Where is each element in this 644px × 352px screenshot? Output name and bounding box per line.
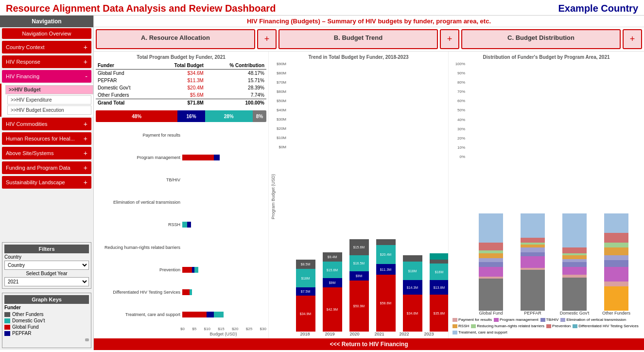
vbar-segment: $15.6M <box>349 239 369 255</box>
vbar-column: $34.9M$7.5M$18M$8.5M <box>292 239 319 332</box>
col-pct: % Contribution <box>206 62 266 70</box>
vbar-column: $50.9M$9M$16.5M$15.6M <box>346 239 372 332</box>
vbar-segment: $9M <box>323 278 342 287</box>
legend-item: TB/HIV <box>540 317 559 322</box>
bar-segment: 8% <box>253 110 266 122</box>
legend-item: Reducing human-rights related barriers <box>471 324 544 328</box>
hbar-segment <box>214 155 220 160</box>
tab-plus-1[interactable]: + <box>257 29 277 49</box>
country-filter-label: Country <box>4 253 89 261</box>
pct-segment <box>479 253 503 258</box>
vbar-column: $42.9M$9M$15.6M$9.4M <box>319 239 346 332</box>
pct-segment <box>604 286 628 311</box>
hbar-row: Program management <box>98 155 264 160</box>
graph-keys-title: Graph Keys <box>4 295 89 304</box>
main-content: HIV Financing (Budgets) – Summary of HIV… <box>94 16 644 350</box>
sidebar-item-hiv-response[interactable]: HIV Response + <box>2 55 91 68</box>
vbar-segment <box>403 255 422 262</box>
tab-plus-3[interactable]: + <box>623 29 642 49</box>
legend-item: Differentiated HIV Testing Services <box>573 324 638 328</box>
main-title: Resource Alignment Data Analysis and Rev… <box>0 0 281 15</box>
vbar-segment: $18M <box>296 269 315 287</box>
plus-icon: + <box>84 178 87 186</box>
sidebar-sub-hiv-budget-execution[interactable]: >>HIV Budget Execution <box>7 106 91 115</box>
sidebar-item-funding-program[interactable]: Funding and Program Data + <box>2 161 91 174</box>
vbar-segment: $16.5M <box>349 255 369 271</box>
hbar-segment <box>182 289 190 295</box>
vbar-segment <box>376 239 396 245</box>
vbar-segment: $14.3M <box>403 280 422 295</box>
sidebar-item-sustainability[interactable]: Sustainability Landscape + <box>2 176 91 189</box>
legend-item: Prevention <box>546 324 571 328</box>
vbar-segment: $9.4M <box>323 252 342 262</box>
pct-segment <box>479 279 503 311</box>
bd-subtitle: Distribution of Funder's Budget by Progr… <box>451 53 642 62</box>
graph-keys-section: Graph Keys Funder Other Funders Domestic… <box>2 293 91 348</box>
hbar-row: Treatment, care and support <box>98 312 264 317</box>
legend-item-global-fund: Global Fund <box>4 324 89 330</box>
global-fund-swatch <box>4 325 10 330</box>
hbar-row: Reducing human-rights related barriers <box>98 245 264 250</box>
sidebar-item-hiv-financing[interactable]: HIV Financing - <box>2 70 91 83</box>
pct-segment <box>521 252 545 256</box>
return-bar[interactable]: <<< Return to HIV Financing <box>94 338 644 350</box>
vbar-segment: $11.3M <box>376 264 396 275</box>
sidebar-item-hr-health[interactable]: Human Resources for Heal... + <box>2 132 91 145</box>
tab-resource-allocation[interactable]: A. Resource Allocation <box>96 29 255 49</box>
ra-table: Funder Total Budget % Contribution Globa… <box>96 62 266 106</box>
vbar-segment: $15.6M <box>323 262 342 278</box>
vbar-segment: $35.8M <box>430 295 449 332</box>
legend-item-pepfar: PEPFAR <box>4 330 89 336</box>
legend-item: Elimination of vertical transmission <box>560 317 626 322</box>
pepfar-swatch <box>4 331 10 336</box>
tab-budget-distribution[interactable]: C. Budget Distribution <box>461 29 621 49</box>
sidebar-item-nav-overview[interactable]: Navigation Overview <box>2 28 91 39</box>
legend-item-other-funders: Other Funders <box>4 311 89 317</box>
vbar-segment: $7.5M <box>296 287 315 296</box>
filters-title: Filters <box>4 245 89 253</box>
legend-item: Payment for results <box>453 317 492 322</box>
legend-swatch <box>471 324 476 328</box>
vbar-y-labels: $90M$80M$70M$60M$50M$40M$30M$20M$10M$0M <box>276 62 287 154</box>
hiv-financing-header: HIV Financing (Budgets) – Summary of HIV… <box>94 16 644 27</box>
hbar-row: Payment for results <box>98 132 264 138</box>
pct-segment <box>562 247 587 253</box>
plus-icon: + <box>84 43 87 51</box>
pct-segment <box>479 213 503 243</box>
year-label: Select Budget Year <box>4 270 89 277</box>
legend-swatch <box>453 318 457 322</box>
legend-swatch <box>560 318 565 322</box>
sidebar-item-country-context[interactable]: Country Context + <box>2 41 91 53</box>
bar-segment: 48% <box>96 110 177 122</box>
vbar-y-title: Program Budget (USD) <box>271 62 276 332</box>
hbar-segment <box>207 312 214 317</box>
vbar-segment: $42.9M <box>323 287 342 332</box>
tab-plus-2[interactable]: + <box>440 29 459 49</box>
bar-segment: 16% <box>177 110 205 122</box>
pct-column <box>560 213 589 311</box>
col-budget: Total Budget <box>154 62 206 70</box>
pct-segment <box>479 267 503 277</box>
hbar-segment <box>182 222 187 228</box>
vbar-segment: $50.9M <box>349 281 369 332</box>
pct-segment <box>604 247 628 255</box>
sidebar-sub-hiv-expenditure[interactable]: >>HIV Expenditure <box>7 95 91 105</box>
pct-y-labels: 100%90%80%70%60%50%40%30%20%10%0% <box>451 62 465 159</box>
hbar-row: TB/HIV <box>98 177 264 183</box>
budget-distribution-panel: Distribution of Funder's Budget by Progr… <box>449 52 644 338</box>
sidebar: Navigation Navigation Overview Country C… <box>0 16 94 350</box>
stacked-bar: 48%16%28%8% <box>96 110 266 122</box>
vbar-segment: $34.6M <box>403 295 422 332</box>
year-select[interactable]: 2021 2020 2019 <box>4 277 89 286</box>
tab-budget-trend[interactable]: B. Budget Trend <box>278 29 438 49</box>
vbar-area: $34.9M$7.5M$18M$8.5M$42.9M$9M$15.6M$9.4M… <box>287 62 449 332</box>
sidebar-item-hiv-commodities[interactable]: HIV Commodities + <box>2 118 91 130</box>
sidebar-item-above-site[interactable]: Above Site/Systems + <box>2 147 91 159</box>
country-select[interactable]: Country Country A <box>4 261 89 270</box>
legend-item-domestic-govt: Domestic Gov't <box>4 317 89 324</box>
sidebar-sub-hiv-budget[interactable]: >>HIV Budget <box>5 85 93 94</box>
plus-icon: + <box>84 135 87 142</box>
vbar-chart: Program Budget (USD) $90M$80M$70M$60M$50… <box>271 62 446 336</box>
scroll-indicator <box>85 338 89 341</box>
pct-segment <box>562 213 587 247</box>
